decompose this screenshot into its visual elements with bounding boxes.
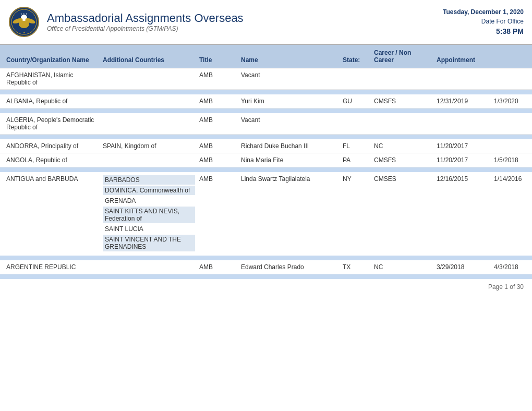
header-left: ★ ★ ★ ★ Ambassadorial Assignments Overse… bbox=[8, 6, 244, 38]
col-state: State: bbox=[341, 55, 372, 65]
separator bbox=[0, 256, 532, 260]
cell-additional-container: BARBADOS DOMINICA, Commonwealth of GRENA… bbox=[101, 174, 197, 253]
cell-date: 1/5/2018 bbox=[492, 155, 532, 165]
page-title: Ambassadorial Assignments Overseas bbox=[47, 11, 244, 25]
cell-state bbox=[341, 70, 372, 72]
cell-state: FL bbox=[341, 141, 372, 151]
seal-icon: ★ ★ ★ ★ bbox=[8, 6, 40, 38]
cell-date: 1/14/2016 bbox=[492, 174, 532, 184]
cell-country: ANTIGUA and BARBUDA bbox=[4, 174, 101, 184]
separator bbox=[0, 168, 532, 172]
cell-name: Richard Duke Buchan III bbox=[239, 141, 341, 151]
cell-date bbox=[492, 70, 532, 72]
row-group-antigua: ANTIGUA and BARBUDA BARBADOS DOMINICA, C… bbox=[0, 172, 532, 256]
row-group-andorra: ANDORRA, Principality of SPAIN, Kingdom … bbox=[0, 139, 532, 168]
separator bbox=[0, 135, 532, 139]
cell-country: ALGERIA, People's Democratic Republic of bbox=[4, 115, 101, 132]
additional-country: GRENADA bbox=[103, 196, 195, 206]
col-career: Career / Non Career bbox=[372, 48, 434, 65]
cell-additional bbox=[101, 155, 197, 158]
additional-country: SAINT KITTS AND NEVIS, Federation of bbox=[103, 207, 195, 223]
col-country: Country/Organization Name bbox=[4, 55, 101, 65]
table-row: AFGHANISTAN, Islamic Republic of AMB Vac… bbox=[0, 68, 532, 90]
cell-career: NC bbox=[372, 141, 434, 151]
header-datetime: Tuesday, December 1, 2020 Date For Offic… bbox=[443, 7, 524, 37]
cell-state: NY bbox=[341, 174, 372, 184]
row-group-albania: ALBANIA, Republic of AMB Yuri Kim GU CMS… bbox=[0, 94, 532, 109]
header-time: 5:38 PM bbox=[443, 26, 524, 37]
table-row: ALBANIA, Republic of AMB Yuri Kim GU CMS… bbox=[0, 94, 532, 108]
cell-appointment: 3/29/2018 bbox=[434, 262, 492, 272]
additional-country: SAINT LUCIA bbox=[103, 224, 195, 234]
separator bbox=[0, 275, 532, 279]
cell-name: Nina Maria Fite bbox=[239, 155, 341, 165]
col-date bbox=[492, 63, 532, 65]
cell-career: CMSFS bbox=[372, 96, 434, 106]
separator bbox=[0, 109, 532, 113]
row-group-afghanistan: AFGHANISTAN, Islamic Republic of AMB Vac… bbox=[0, 68, 532, 90]
header-date: Tuesday, December 1, 2020 bbox=[443, 7, 524, 17]
svg-text:★ ★ ★: ★ ★ ★ bbox=[20, 13, 28, 15]
cell-state bbox=[341, 115, 372, 117]
cell-additional bbox=[101, 262, 197, 264]
cell-name: Yuri Kim bbox=[239, 96, 341, 106]
cell-title: AMB bbox=[197, 174, 239, 184]
col-name: Name bbox=[239, 55, 341, 65]
cell-date: 4/3/2018 bbox=[492, 262, 532, 272]
cell-appointment: 12/31/2019 bbox=[434, 96, 492, 106]
cell-date bbox=[492, 141, 532, 143]
cell-name: Vacant bbox=[239, 115, 341, 125]
additional-country: SAINT VINCENT AND THE GRENADINES bbox=[103, 235, 195, 251]
cell-name: Linda Swartz Taglialatela bbox=[239, 174, 341, 184]
cell-title: AMB bbox=[197, 96, 239, 106]
cell-appointment: 11/20/2017 bbox=[434, 141, 492, 151]
col-additional: Additional Countries bbox=[101, 55, 197, 65]
table-row: ARGENTINE REPUBLIC AMB Edward Charles Pr… bbox=[0, 260, 532, 274]
cell-country: ARGENTINE REPUBLIC bbox=[4, 262, 101, 272]
header-text: Ambassadorial Assignments Overseas Offic… bbox=[47, 11, 244, 32]
cell-additional bbox=[101, 96, 197, 99]
row-group-algeria: ALGERIA, People's Democratic Republic of… bbox=[0, 113, 532, 135]
table-row: ALGERIA, People's Democratic Republic of… bbox=[0, 113, 532, 135]
cell-appointment: 11/20/2017 bbox=[434, 155, 492, 165]
cell-additional: SPAIN, Kingdom of bbox=[101, 141, 197, 151]
cell-country: ANGOLA, Republic of bbox=[4, 155, 101, 165]
page-number: Page 1 of 30 bbox=[488, 283, 524, 291]
table-row: ANTIGUA and BARBUDA BARBADOS DOMINICA, C… bbox=[0, 172, 532, 256]
cell-state: GU bbox=[341, 96, 372, 106]
cell-title: AMB bbox=[197, 141, 239, 151]
table-body: AFGHANISTAN, Islamic Republic of AMB Vac… bbox=[0, 68, 532, 279]
cell-career bbox=[372, 70, 434, 72]
cell-title: AMB bbox=[197, 70, 239, 80]
row-group-argentine: ARGENTINE REPUBLIC AMB Edward Charles Pr… bbox=[0, 260, 532, 275]
cell-appointment bbox=[434, 115, 492, 117]
cell-appointment bbox=[434, 70, 492, 72]
additional-country: BARBADOS bbox=[103, 175, 195, 185]
cell-career: CMSFS bbox=[372, 155, 434, 165]
column-headers: Country/Organization Name Additional Cou… bbox=[0, 44, 532, 68]
cell-country: ALBANIA, Republic of bbox=[4, 96, 101, 106]
cell-name: Edward Charles Prado bbox=[239, 262, 341, 272]
col-title: Title bbox=[197, 55, 239, 65]
cell-career bbox=[372, 115, 434, 117]
cell-date bbox=[492, 115, 532, 117]
page-header: ★ ★ ★ ★ Ambassadorial Assignments Overse… bbox=[0, 0, 532, 44]
additional-country: DOMINICA, Commonwealth of bbox=[103, 186, 195, 195]
cell-career: CMSES bbox=[372, 174, 434, 184]
page-subtitle: Office of Presidential Appointments (GTM… bbox=[47, 25, 244, 32]
cell-title: AMB bbox=[197, 155, 239, 165]
separator bbox=[0, 90, 532, 94]
cell-title: AMB bbox=[197, 262, 239, 272]
cell-appointment: 12/16/2015 bbox=[434, 174, 492, 184]
cell-title: AMB bbox=[197, 115, 239, 125]
header-label: Date For Office bbox=[443, 17, 524, 26]
cell-date: 1/3/2020 bbox=[492, 96, 532, 106]
table-row: ANDORRA, Principality of SPAIN, Kingdom … bbox=[0, 139, 532, 153]
cell-country: ANDORRA, Principality of bbox=[4, 141, 101, 151]
col-appointment: Appointment bbox=[434, 55, 492, 65]
page-footer: Page 1 of 30 bbox=[0, 279, 532, 295]
cell-state: TX bbox=[341, 262, 372, 272]
cell-country: AFGHANISTAN, Islamic Republic of bbox=[4, 70, 101, 87]
cell-state: PA bbox=[341, 155, 372, 165]
table-row: ANGOLA, Republic of AMB Nina Maria Fite … bbox=[0, 153, 532, 167]
